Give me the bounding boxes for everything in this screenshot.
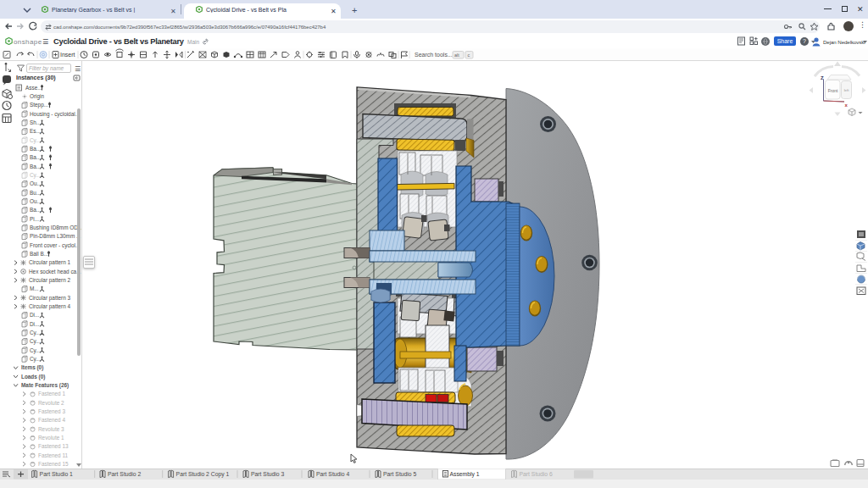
- svg-text:Front: Front: [828, 88, 838, 93]
- svg-text:Part Studio 3: Part Studio 3: [251, 471, 285, 477]
- svg-text:Cy...: Cy...: [30, 338, 41, 345]
- svg-text:Fastened 15: Fastened 15: [38, 461, 69, 467]
- svg-text:Fastened 4: Fastened 4: [38, 417, 65, 423]
- svg-text:Fastened 11: Fastened 11: [38, 452, 69, 458]
- svg-text:Ba...: Ba...: [30, 146, 41, 152]
- svg-text:x: x: [845, 103, 849, 108]
- svg-text:Part Studio 6: Part Studio 6: [520, 471, 554, 477]
- svg-text:Es...: Es...: [30, 128, 41, 134]
- svg-text:Circular pattern 1: Circular pattern 1: [29, 259, 70, 266]
- svg-text:Part Studio 2 Copy 1: Part Studio 2 Copy 1: [176, 471, 230, 478]
- svg-text:Front cover - cyclol...: Front cover - cyclol...: [30, 242, 81, 249]
- svg-text:Part Studio 1: Part Studio 1: [40, 471, 74, 477]
- svg-text:Revolute 3: Revolute 3: [38, 426, 64, 432]
- svg-text:Ball B...: Ball B...: [30, 251, 48, 257]
- svg-text:Cy...: Cy...: [30, 330, 41, 336]
- svg-text:left: left: [844, 88, 850, 92]
- svg-text:Ou...: Ou...: [30, 180, 42, 186]
- svg-text:Housing - cycloidal...: Housing - cycloidal...: [30, 111, 80, 118]
- svg-text:Fastened 1: Fastened 1: [38, 391, 65, 396]
- svg-text:Bu...: Bu...: [30, 190, 41, 196]
- svg-text:Circular pattern 3: Circular pattern 3: [29, 295, 70, 302]
- svg-text:Search tools...: Search tools...: [415, 52, 453, 58]
- svg-text:Ba...: Ba...: [30, 207, 41, 213]
- svg-text:Ou...: Ou...: [30, 198, 42, 204]
- svg-text:Insert: Insert: [60, 52, 75, 58]
- svg-text:Fastened 13: Fastened 13: [38, 443, 69, 449]
- svg-text:Part Studio 4: Part Studio 4: [316, 471, 350, 477]
- svg-text:Sh...: Sh...: [30, 119, 41, 125]
- svg-text:Cy...: Cy...: [30, 172, 41, 179]
- svg-text:Pi...: Pi...: [30, 216, 39, 222]
- svg-text:Ba...: Ba...: [30, 154, 41, 160]
- svg-text:Origin: Origin: [30, 93, 44, 100]
- svg-text:Revolute 2: Revolute 2: [38, 400, 64, 406]
- svg-text:Loads (0): Loads (0): [21, 374, 45, 380]
- svg-text:c: c: [468, 53, 470, 58]
- svg-text:Di...: Di...: [30, 312, 40, 318]
- svg-text:Circular pattern 2: Circular pattern 2: [29, 277, 70, 284]
- svg-text:Circular pattern 4: Circular pattern 4: [29, 303, 70, 310]
- svg-text:Items (0): Items (0): [21, 364, 43, 371]
- svg-text:Assembly 1: Assembly 1: [450, 471, 480, 478]
- svg-text:Hex socket head ca...: Hex socket head ca...: [29, 269, 81, 274]
- svg-text:Cy...: Cy...: [30, 137, 41, 144]
- svg-text:Di...: Di...: [30, 321, 40, 327]
- svg-text:Fastened 3: Fastened 3: [38, 408, 65, 414]
- svg-text:Part Studio 5: Part Studio 5: [383, 471, 417, 477]
- svg-text:M...: M...: [30, 286, 39, 291]
- svg-text:Ba...: Ba...: [30, 164, 41, 169]
- svg-text:Pin-D8mm L30mm ...: Pin-D8mm L30mm ...: [30, 233, 81, 239]
- svg-text:Cy...: Cy...: [30, 347, 41, 354]
- svg-text:Revolute 1: Revolute 1: [38, 435, 64, 441]
- svg-text:Stepp...: Stepp...: [30, 102, 48, 108]
- svg-text:Z: Z: [821, 75, 824, 80]
- svg-text:alt: alt: [454, 53, 459, 58]
- svg-text:Bushing ID8mm OD...: Bushing ID8mm OD...: [30, 225, 81, 231]
- svg-text:Asse...: Asse...: [25, 85, 42, 91]
- svg-text:Mate Features (26): Mate Features (26): [21, 382, 69, 389]
- svg-text:Cy...: Cy...: [30, 356, 41, 363]
- svg-text:Part Studio 2: Part Studio 2: [108, 471, 142, 477]
